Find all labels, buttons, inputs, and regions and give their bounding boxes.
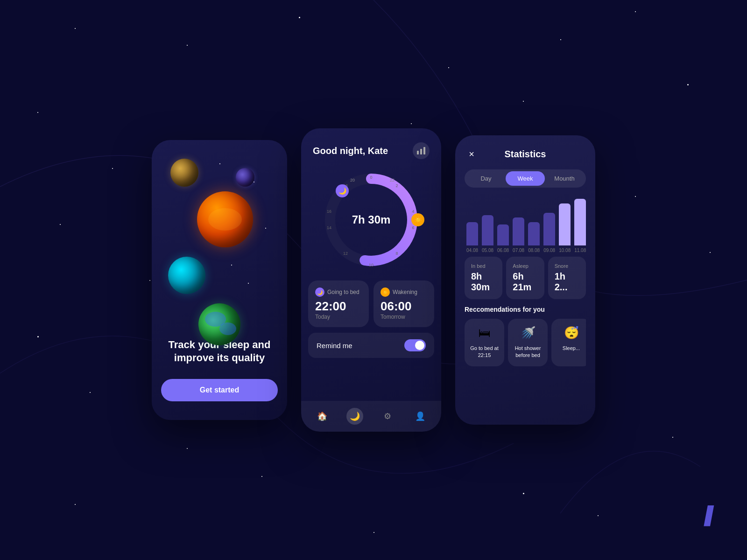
bar-label-0808: 08.08 bbox=[528, 248, 540, 253]
rec-card-sleep: 😴 Sleep... bbox=[551, 319, 586, 366]
sleep-bar-chart: 04.08 05.08 06.08 07.08 08.08 09.08 bbox=[465, 197, 586, 253]
bar-0908: 09.08 bbox=[543, 213, 555, 253]
sleep-duration: 7h 30m bbox=[352, 213, 391, 226]
planet-purple bbox=[236, 168, 254, 187]
svg-text:14: 14 bbox=[327, 225, 331, 230]
statistics-header: × Statistics bbox=[465, 147, 586, 161]
tab-month[interactable]: Mounth bbox=[545, 171, 584, 186]
bar-rect-0408 bbox=[466, 222, 478, 245]
bar-0608: 06.08 bbox=[497, 224, 509, 253]
bar-label-0508: 05.08 bbox=[482, 248, 493, 253]
svg-text:16: 16 bbox=[327, 209, 331, 214]
bar-label-0408: 04.08 bbox=[466, 248, 478, 253]
wakening-sub: Tomorrow bbox=[381, 314, 427, 320]
asleep-label: Asleep bbox=[513, 263, 537, 269]
bar-0408: 04.08 bbox=[466, 222, 478, 253]
wakening-time: 06:00 bbox=[381, 299, 427, 314]
svg-text:8: 8 bbox=[395, 251, 398, 256]
phones-container: Track your sleep and improve its quality… bbox=[152, 128, 595, 432]
going-to-bed-sub: Today bbox=[315, 314, 362, 320]
svg-text:4: 4 bbox=[412, 209, 414, 214]
sleep-tracker-title: Good night, Kate bbox=[313, 146, 388, 156]
bar-rect-1008 bbox=[559, 203, 571, 245]
sleep-wake-cards: 🌙 Going to bed 22:00 Today ☀️ Wakening 0… bbox=[301, 280, 441, 327]
wakening-header: ☀️ Wakening bbox=[381, 287, 427, 297]
svg-text:12: 12 bbox=[343, 251, 348, 256]
bar-rect-0808 bbox=[528, 222, 540, 245]
rec-card-shower: 🚿 Hot shower before bed bbox=[508, 319, 548, 366]
nav-home[interactable]: 🏠 bbox=[314, 408, 331, 425]
in-bed-value: 8h 30m bbox=[471, 271, 496, 293]
remind-me-label: Remind me bbox=[317, 342, 352, 350]
recommendations-title: Reccomendations for you bbox=[465, 306, 586, 313]
bar-rect-0908 bbox=[543, 213, 555, 245]
sleep-ring: 0 2 4 6 8 10 12 14 16 18 20 22 7h 30m 🌙 … bbox=[320, 168, 423, 271]
svg-rect-1 bbox=[420, 149, 422, 154]
bar-0708: 07.08 bbox=[513, 217, 524, 253]
bar-rect-0608 bbox=[497, 224, 509, 245]
going-to-bed-label: Going to bed bbox=[327, 289, 359, 295]
bar-0508: 05.08 bbox=[482, 215, 493, 253]
svg-text:10: 10 bbox=[369, 263, 374, 267]
planet-teal bbox=[168, 257, 205, 294]
period-tabs: Day Week Mounth bbox=[465, 169, 586, 188]
sleep-icon: 😴 bbox=[564, 326, 579, 340]
nav-settings[interactable]: ⚙ bbox=[379, 408, 396, 425]
logo-double-slash: // bbox=[704, 500, 710, 532]
wakening-label: Wakening bbox=[393, 289, 417, 295]
planet-rocky bbox=[170, 159, 198, 187]
phone-sleep-tracker: Good night, Kate bbox=[301, 128, 441, 432]
svg-text:2: 2 bbox=[395, 183, 398, 188]
remind-me-row: Remind me bbox=[308, 333, 434, 358]
bar-label-1108: 11.08 bbox=[574, 248, 586, 253]
bottom-nav: 🏠 🌙 ⚙ 👤 bbox=[301, 401, 441, 432]
sun-icon-ring: ☀️ bbox=[411, 213, 424, 226]
planet-earth bbox=[198, 303, 240, 345]
get-started-button[interactable]: Get started bbox=[161, 379, 278, 401]
going-to-bed-time: 22:00 bbox=[315, 299, 362, 314]
sleep-tracker-header: Good night, Kate bbox=[301, 128, 441, 164]
svg-text:0: 0 bbox=[370, 175, 372, 180]
svg-text:22: 22 bbox=[390, 178, 395, 182]
bar-1008: 10.08 bbox=[559, 203, 571, 253]
bar-label-0708: 07.08 bbox=[513, 248, 524, 253]
statistics-title: Statistics bbox=[505, 149, 546, 160]
going-to-bed-header: 🌙 Going to bed bbox=[315, 287, 362, 297]
bar-0808: 08.08 bbox=[528, 222, 540, 253]
shower-icon: 🚿 bbox=[521, 326, 536, 340]
planet-orange bbox=[197, 191, 253, 247]
nav-profile[interactable]: 👤 bbox=[412, 408, 429, 425]
recommendations-cards: 🛏 Go to bed at 22:15 🚿 Hot shower before… bbox=[465, 319, 586, 366]
wakening-sun-icon: ☀️ bbox=[381, 287, 390, 297]
chart-icon-button[interactable] bbox=[413, 142, 430, 159]
phone-onboarding: Track your sleep and improve its quality… bbox=[152, 140, 287, 420]
snore-label: Snore bbox=[555, 263, 579, 269]
in-bed-label: In bed bbox=[471, 263, 496, 269]
tab-day[interactable]: Day bbox=[466, 171, 506, 186]
going-to-bed-card: 🌙 Going to bed 22:00 Today bbox=[308, 280, 369, 327]
nav-sleep-active[interactable]: 🌙 bbox=[346, 408, 363, 425]
svg-rect-0 bbox=[417, 151, 419, 154]
snore-card: Snore 1h 2... bbox=[548, 257, 586, 299]
bed-icon: 🛏 bbox=[479, 326, 491, 340]
svg-text:6: 6 bbox=[412, 225, 414, 230]
moon-icon-ring: 🌙 bbox=[336, 184, 349, 197]
remind-me-toggle[interactable] bbox=[404, 339, 426, 351]
close-button[interactable]: × bbox=[465, 147, 479, 161]
phone-statistics: × Statistics Day Week Mounth 04.08 05.08… bbox=[455, 135, 595, 425]
svg-text:20: 20 bbox=[350, 178, 355, 182]
in-bed-card: In bed 8h 30m bbox=[465, 257, 502, 299]
tab-week[interactable]: Week bbox=[506, 171, 545, 186]
snore-value: 1h 2... bbox=[555, 271, 579, 293]
rec-text-sleep: Sleep... bbox=[563, 345, 580, 352]
wakening-card: ☀️ Wakening 06:00 Tomorrow bbox=[374, 280, 434, 327]
bar-label-0608: 06.08 bbox=[497, 248, 509, 253]
bar-label-0908: 09.08 bbox=[543, 248, 555, 253]
bar-label-1008: 10.08 bbox=[559, 248, 571, 253]
bar-rect-1108 bbox=[574, 199, 586, 245]
rec-text-bed: Go to bed at 22:15 bbox=[469, 345, 500, 359]
asleep-value: 6h 21m bbox=[513, 271, 537, 293]
planets-area bbox=[161, 154, 278, 338]
svg-rect-2 bbox=[423, 147, 425, 154]
bar-rect-0508 bbox=[482, 215, 493, 245]
